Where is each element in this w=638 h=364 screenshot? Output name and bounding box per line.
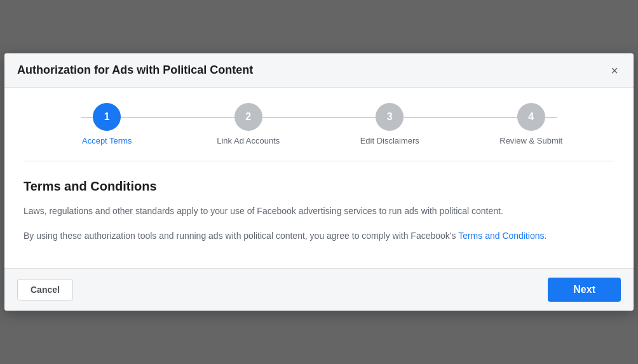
next-button[interactable]: Next <box>548 278 621 302</box>
modal-title: Authorization for Ads with Political Con… <box>17 64 253 77</box>
modal-footer: Cancel Next <box>4 268 634 311</box>
stepper: 1 Accept Terms 2 Link Ad Accounts 3 Edit… <box>24 103 614 145</box>
modal-header: Authorization for Ads with Political Con… <box>4 53 634 88</box>
step-1-label: Accept Terms <box>82 136 132 145</box>
modal-overlay: Authorization for Ads with Political Con… <box>0 0 638 364</box>
modal-dialog: Authorization for Ads with Political Con… <box>4 53 634 311</box>
cancel-button[interactable]: Cancel <box>17 279 73 300</box>
close-button[interactable]: × <box>608 64 621 77</box>
modal-body: 1 Accept Terms 2 Link Ad Accounts 3 Edit… <box>4 88 634 268</box>
step-1: 1 Accept Terms <box>36 103 178 145</box>
step-3: 3 Edit Disclaimers <box>319 103 461 145</box>
step-4-label: Review & Submit <box>499 136 562 145</box>
step-2: 2 Link Ad Accounts <box>178 103 320 145</box>
step-2-circle: 2 <box>234 103 262 131</box>
section-title: Terms and Conditions <box>24 179 614 194</box>
step-1-circle: 1 <box>93 103 121 131</box>
step-3-label: Edit Disclaimers <box>360 136 419 145</box>
divider <box>24 161 614 161</box>
paragraph-1: Laws, regulations and other standards ap… <box>24 204 614 218</box>
step-4: 4 Review & Submit <box>461 103 602 145</box>
step-4-circle: 4 <box>517 103 545 131</box>
step-3-circle: 3 <box>376 103 404 131</box>
paragraph-2-text: By using these authorization tools and r… <box>24 231 458 241</box>
step-2-label: Link Ad Accounts <box>217 136 280 145</box>
paragraph-2: By using these authorization tools and r… <box>24 229 614 243</box>
terms-link[interactable]: Terms and Conditions. <box>458 231 546 241</box>
